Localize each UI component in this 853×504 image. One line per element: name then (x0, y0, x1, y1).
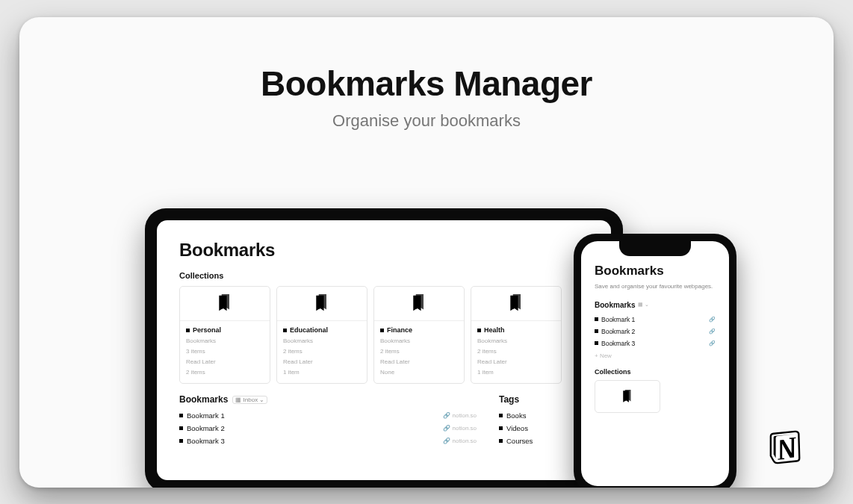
phone-bookmarks-heading: Bookmarks▦ ⌄ (595, 301, 716, 309)
collection-meta: Bookmarks (380, 337, 458, 346)
bookmark-icon (374, 287, 464, 321)
hero-title: Bookmarks Manager (19, 17, 834, 104)
collection-meta: Bookmarks (477, 337, 555, 346)
bullet-icon (477, 329, 481, 332)
bookmark-source: notion.so (453, 425, 477, 432)
bookmark-source: notion.so (453, 438, 477, 444)
collection-card[interactable]: Finance Bookmarks 2 items Read Later Non… (373, 286, 465, 385)
bookmark-row[interactable]: Bookmark 3 🔗notion.so (179, 435, 477, 447)
tablet-page-title: Bookmarks (179, 240, 589, 261)
bullet-icon (499, 414, 503, 417)
collection-meta: None (380, 368, 458, 377)
bookmark-icon (180, 287, 270, 321)
collection-meta: Read Later (283, 358, 361, 367)
collection-meta: Read Later (186, 358, 264, 367)
collection-meta: 3 items (186, 347, 264, 356)
bookmark-icon (471, 287, 561, 321)
bookmarks-label: Bookmarks (179, 394, 228, 405)
bullet-icon (499, 439, 503, 443)
bookmark-title: Bookmark 2 (187, 424, 225, 432)
bullet-icon (179, 426, 183, 430)
collection-card[interactable]: Health Bookmarks 2 items Read Later 1 it… (471, 286, 562, 385)
new-bookmark-button[interactable]: + New (595, 352, 716, 359)
phone-screen: Bookmarks Save and organise your favouri… (581, 241, 729, 486)
collection-meta: 1 item (477, 368, 555, 377)
hero-subtitle: Organise your bookmarks (19, 111, 834, 131)
phone-collections-label: Collections (595, 368, 716, 376)
bullet-icon (499, 426, 503, 430)
bookmark-row[interactable]: Bookmark 1🔗 (595, 314, 716, 326)
link-icon: 🔗 (443, 425, 450, 432)
link-icon: 🔗 (709, 329, 716, 335)
collection-meta: 2 items (186, 368, 264, 377)
bookmark-title: Bookmark 3 (601, 340, 635, 347)
notion-logo-icon (768, 429, 804, 465)
bookmark-title: Bookmark 3 (187, 437, 225, 445)
collection-meta: Read Later (380, 358, 458, 367)
bookmark-row[interactable]: Bookmark 2 🔗notion.so (179, 422, 477, 435)
collection-meta: Bookmarks (283, 337, 361, 346)
view-selector[interactable]: ▦ ⌄ (638, 302, 649, 308)
collections-label: Collections (179, 271, 589, 280)
link-icon: 🔗 (709, 340, 716, 346)
phone-notch (619, 241, 691, 256)
link-icon: 🔗 (709, 317, 716, 323)
phone-page-title: Bookmarks (595, 264, 716, 279)
bookmark-title: Bookmark 1 (187, 411, 225, 420)
link-icon: 🔗 (443, 412, 450, 419)
bullet-icon (179, 439, 183, 443)
tablet-device: Bookmarks Collections Personal Bookmarks… (145, 208, 623, 488)
bookmark-icon (277, 287, 367, 321)
bookmarks-heading: Bookmarks ▦ Inbox ⌄ (179, 394, 477, 405)
view-selector[interactable]: ▦ Inbox ⌄ (232, 396, 267, 404)
collection-name: Finance (387, 326, 412, 336)
collection-meta: 2 items (380, 347, 458, 356)
bullet-icon (179, 414, 183, 417)
phone-page-description: Save and organise your favourite webpage… (595, 282, 716, 290)
bookmark-row[interactable]: Bookmark 2🔗 (595, 326, 716, 337)
collection-name: Educational (290, 326, 328, 336)
tag-title: Books (506, 411, 526, 420)
bullet-icon (380, 329, 384, 332)
promo-card: Bookmarks Manager Organise your bookmark… (19, 17, 834, 488)
bookmark-source: notion.so (453, 412, 477, 419)
tag-title: Courses (506, 437, 533, 445)
bullet-icon (595, 341, 598, 345)
collection-meta: Bookmarks (186, 337, 264, 346)
collections-row: Personal Bookmarks 3 items Read Later 2 … (179, 286, 589, 385)
bullet-icon (186, 329, 190, 332)
tablet-screen: Bookmarks Collections Personal Bookmarks… (157, 220, 611, 480)
collection-card[interactable]: Educational Bookmarks 2 items Read Later… (276, 286, 367, 385)
bookmark-row[interactable]: Bookmark 3🔗 (595, 337, 716, 349)
link-icon: 🔗 (443, 438, 450, 444)
phone-device: Bookmarks Save and organise your favouri… (574, 234, 736, 488)
bookmark-row[interactable]: Bookmark 1 🔗notion.so (179, 409, 477, 422)
bullet-icon (595, 329, 598, 333)
bookmark-title: Bookmark 1 (601, 316, 635, 323)
bookmark-icon (621, 390, 633, 403)
collection-meta: Read Later (477, 358, 555, 367)
collection-card[interactable]: Personal Bookmarks 3 items Read Later 2 … (179, 286, 270, 385)
collection-card[interactable] (595, 380, 660, 413)
bullet-icon (595, 317, 598, 321)
tag-title: Videos (506, 424, 528, 432)
bullet-icon (283, 329, 287, 332)
collection-meta: 2 items (283, 347, 361, 356)
collection-meta: 2 items (477, 347, 555, 356)
collection-meta: 1 item (283, 368, 361, 377)
collection-name: Health (484, 326, 505, 336)
bookmark-title: Bookmark 2 (601, 328, 635, 335)
collection-name: Personal (193, 326, 221, 336)
